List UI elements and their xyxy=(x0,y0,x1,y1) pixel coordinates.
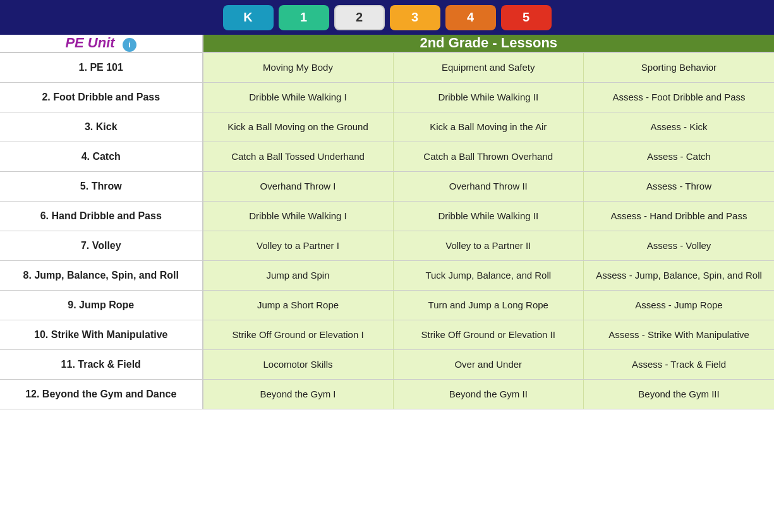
lesson-cell[interactable]: Over and Under xyxy=(393,349,583,379)
table-row: 2. Foot Dribble and PassDribble While Wa… xyxy=(0,82,774,112)
lessons-table: PE Unit i 2nd Grade - Lessons 1. PE 101M… xyxy=(0,35,774,409)
lesson-cell[interactable]: Assess - Strike With Manipulative xyxy=(583,320,774,349)
grade-1-button[interactable]: 1 xyxy=(279,5,329,30)
table-row: 12. Beyond the Gym and DanceBeyond the G… xyxy=(0,379,774,409)
table-row: 3. KickKick a Ball Moving on the GroundK… xyxy=(0,112,774,142)
lesson-cell[interactable]: Catch a Ball Thrown Overhand xyxy=(393,142,583,171)
lesson-cell[interactable]: Beyond the Gym I xyxy=(203,379,393,409)
main-content: PE Unit i 2nd Grade - Lessons 1. PE 101M… xyxy=(0,35,774,409)
grade-4-button[interactable]: 4 xyxy=(445,5,496,30)
grade-5-button[interactable]: 5 xyxy=(501,5,552,30)
lesson-cell[interactable]: Catch a Ball Tossed Underhand xyxy=(203,142,393,171)
lesson-cell[interactable]: Strike Off Ground or Elevation I xyxy=(203,320,393,349)
lesson-cell[interactable]: Kick a Ball Moving on the Ground xyxy=(203,112,393,142)
unit-cell[interactable]: 8. Jump, Balance, Spin, and Roll xyxy=(0,260,203,290)
lesson-cell[interactable]: Assess - Jump, Balance, Spin, and Roll xyxy=(583,260,774,290)
info-icon[interactable]: i xyxy=(123,38,136,52)
lesson-cell[interactable]: Tuck Jump, Balance, and Roll xyxy=(393,260,583,290)
lesson-cell[interactable]: Assess - Catch xyxy=(583,142,774,171)
lesson-cell[interactable]: Assess - Throw xyxy=(583,171,774,201)
lesson-cell[interactable]: Strike Off Ground or Elevation II xyxy=(393,320,583,349)
unit-cell[interactable]: 12. Beyond the Gym and Dance xyxy=(0,379,203,409)
unit-cell[interactable]: 9. Jump Rope xyxy=(0,290,203,320)
lesson-cell[interactable]: Assess - Foot Dribble and Pass xyxy=(583,82,774,112)
unit-cell[interactable]: 5. Throw xyxy=(0,171,203,201)
lesson-cell[interactable]: Dribble While Walking II xyxy=(393,82,583,112)
lesson-cell[interactable]: Beyond the Gym II xyxy=(393,379,583,409)
lesson-cell[interactable]: Overhand Throw I xyxy=(203,171,393,201)
table-row: 6. Hand Dribble and PassDribble While Wa… xyxy=(0,201,774,231)
lesson-cell[interactable]: Beyond the Gym III xyxy=(583,379,774,409)
lesson-cell[interactable]: Jump and Spin xyxy=(203,260,393,290)
unit-cell[interactable]: 2. Foot Dribble and Pass xyxy=(0,82,203,112)
table-row: 9. Jump RopeJump a Short RopeTurn and Ju… xyxy=(0,290,774,320)
lesson-cell[interactable]: Assess - Track & Field xyxy=(583,349,774,379)
lesson-cell[interactable]: Volley to a Partner I xyxy=(203,231,393,260)
lesson-cell[interactable]: Moving My Body xyxy=(203,52,393,83)
unit-cell[interactable]: 4. Catch xyxy=(0,142,203,171)
table-row: 10. Strike With ManipulativeStrike Off G… xyxy=(0,320,774,349)
lesson-cell[interactable]: Sporting Behavior xyxy=(583,52,774,83)
lesson-cell[interactable]: Assess - Kick xyxy=(583,112,774,142)
lesson-cell[interactable]: Locomotor Skills xyxy=(203,349,393,379)
unit-cell[interactable]: 3. Kick xyxy=(0,112,203,142)
pe-unit-header: PE Unit i xyxy=(0,35,203,52)
top-nav: K 1 2 3 4 5 xyxy=(0,0,774,35)
table-row: 11. Track & FieldLocomotor SkillsOver an… xyxy=(0,349,774,379)
unit-cell[interactable]: 10. Strike With Manipulative xyxy=(0,320,203,349)
lesson-cell[interactable]: Equipment and Safety xyxy=(393,52,583,83)
lesson-cell[interactable]: Assess - Volley xyxy=(583,231,774,260)
lesson-cell[interactable]: Assess - Jump Rope xyxy=(583,290,774,320)
lesson-cell[interactable]: Kick a Ball Moving in the Air xyxy=(393,112,583,142)
lesson-cell[interactable]: Dribble While Walking I xyxy=(203,201,393,231)
lesson-cell[interactable]: Assess - Hand Dribble and Pass xyxy=(583,201,774,231)
table-row: 5. ThrowOverhand Throw IOverhand Throw I… xyxy=(0,171,774,201)
lesson-cell[interactable]: Jump a Short Rope xyxy=(203,290,393,320)
lesson-cell[interactable]: Dribble While Walking II xyxy=(393,201,583,231)
grade-3-button[interactable]: 3 xyxy=(390,5,440,30)
lesson-cell[interactable]: Overhand Throw II xyxy=(393,171,583,201)
table-row: 7. VolleyVolley to a Partner IVolley to … xyxy=(0,231,774,260)
table-header-row: PE Unit i 2nd Grade - Lessons xyxy=(0,35,774,52)
table-row: 1. PE 101Moving My BodyEquipment and Saf… xyxy=(0,52,774,83)
grade-k-button[interactable]: K xyxy=(223,5,274,30)
lesson-cell[interactable]: Volley to a Partner II xyxy=(393,231,583,260)
grade-title: 2nd Grade - Lessons xyxy=(420,35,557,51)
unit-cell[interactable]: 11. Track & Field xyxy=(0,349,203,379)
lesson-cell[interactable]: Dribble While Walking I xyxy=(203,82,393,112)
table-row: 4. CatchCatch a Ball Tossed UnderhandCat… xyxy=(0,142,774,171)
grade-header: 2nd Grade - Lessons xyxy=(203,35,774,52)
grade-2-button[interactable]: 2 xyxy=(334,5,385,30)
table-row: 8. Jump, Balance, Spin, and RollJump and… xyxy=(0,260,774,290)
unit-cell[interactable]: 7. Volley xyxy=(0,231,203,260)
pe-unit-label: PE Unit xyxy=(65,35,114,51)
unit-cell[interactable]: 1. PE 101 xyxy=(0,52,203,83)
lesson-cell[interactable]: Turn and Jump a Long Rope xyxy=(393,290,583,320)
unit-cell[interactable]: 6. Hand Dribble and Pass xyxy=(0,201,203,231)
